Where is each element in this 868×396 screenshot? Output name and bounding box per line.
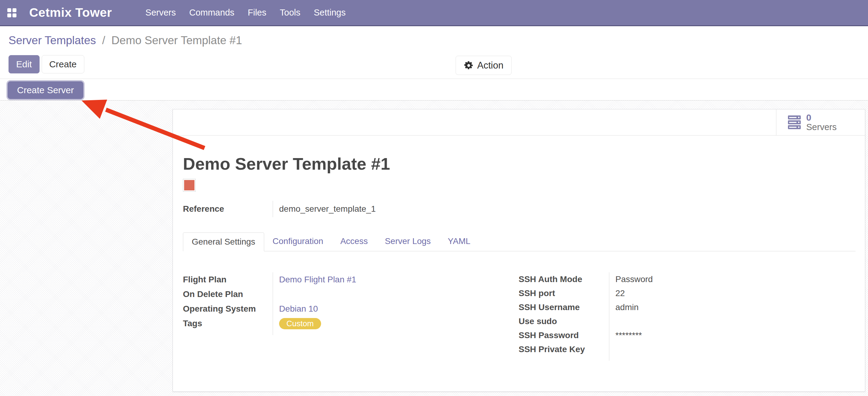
tag-custom: Custom <box>279 318 321 329</box>
smart-button-row: 0 Servers <box>173 109 865 136</box>
flight-plan-link[interactable]: Demo Flight Plan #1 <box>279 275 356 284</box>
notebook-tabs: General Settings Configuration Access Se… <box>183 232 856 251</box>
ssh-password-value: ******** <box>615 331 642 340</box>
record-color-swatch <box>183 179 196 192</box>
ssh-username-value: admin <box>615 303 639 312</box>
tab-general-settings[interactable]: General Settings <box>183 232 264 251</box>
control-panel-buttons: Edit Create <box>8 55 84 74</box>
ssh-port-value: 22 <box>615 288 625 298</box>
action-button[interactable]: Action <box>456 56 512 75</box>
breadcrumb-parent-link[interactable]: Server Templates <box>8 34 96 47</box>
record-title: Demo Server Template #1 <box>183 154 390 174</box>
flight-plan-label: Flight Plan <box>183 275 232 284</box>
tab-yaml[interactable]: YAML <box>439 232 479 251</box>
tags-label: Tags <box>183 319 208 329</box>
breadcrumb-separator: / <box>102 34 105 47</box>
form-sheet: 0 Servers Demo Server Template #1 Refere… <box>173 109 865 392</box>
menu-item-files[interactable]: Files <box>248 8 266 18</box>
servers-smart-button[interactable]: 0 Servers <box>776 109 865 135</box>
use-sudo-label: Use sudo <box>519 316 563 326</box>
ssh-private-key-label: SSH Private Key <box>519 344 591 354</box>
ssh-auth-mode-value: Password <box>615 275 653 284</box>
create-button[interactable]: Create <box>42 55 84 74</box>
reference-field-group: Reference demo_server_template_1 <box>183 201 461 217</box>
breadcrumb: Server Templates / Demo Server Template … <box>8 34 242 47</box>
ssh-username-label: SSH Username <box>519 303 586 312</box>
main-menu: Servers Commands Files Tools Settings <box>146 8 346 18</box>
on-delete-plan-label: On Delete Plan <box>183 289 249 299</box>
tab-server-logs[interactable]: Server Logs <box>376 232 439 251</box>
action-button-label: Action <box>477 60 503 71</box>
ssh-port-label: SSH port <box>519 288 561 298</box>
menu-item-settings[interactable]: Settings <box>314 8 346 18</box>
color-swatch-fill <box>184 180 194 190</box>
menu-item-tools[interactable]: Tools <box>280 8 300 18</box>
tab-access[interactable]: Access <box>332 232 376 251</box>
gear-icon <box>464 61 473 70</box>
left-field-group: Flight Plan On Delete Plan Operating Sys… <box>183 272 498 335</box>
reference-label: Reference <box>183 204 230 214</box>
tab-configuration[interactable]: Configuration <box>264 232 332 251</box>
status-bar: Create Server <box>0 79 868 101</box>
ssh-auth-mode-label: SSH Auth Mode <box>519 275 588 284</box>
top-navbar: Cetmix Tower Servers Commands Files Tool… <box>0 0 868 26</box>
apps-grid-icon[interactable] <box>7 8 17 17</box>
server-stack-icon <box>788 115 801 130</box>
menu-item-commands[interactable]: Commands <box>189 8 234 18</box>
app-brand[interactable]: Cetmix Tower <box>29 5 112 20</box>
edit-button[interactable]: Edit <box>8 55 39 74</box>
reference-value: demo_server_template_1 <box>279 204 376 214</box>
servers-count: 0 <box>806 113 837 122</box>
breadcrumb-current: Demo Server Template #1 <box>112 34 242 47</box>
right-field-group: SSH Auth Mode SSH port SSH Username Use … <box>519 272 779 361</box>
menu-item-servers[interactable]: Servers <box>146 8 176 18</box>
create-server-button[interactable]: Create Server <box>8 81 83 99</box>
operating-system-label: Operating System <box>183 304 262 314</box>
ssh-password-label: SSH Password <box>519 331 585 340</box>
servers-count-label: Servers <box>806 122 837 132</box>
operating-system-link[interactable]: Debian 10 <box>279 304 318 314</box>
